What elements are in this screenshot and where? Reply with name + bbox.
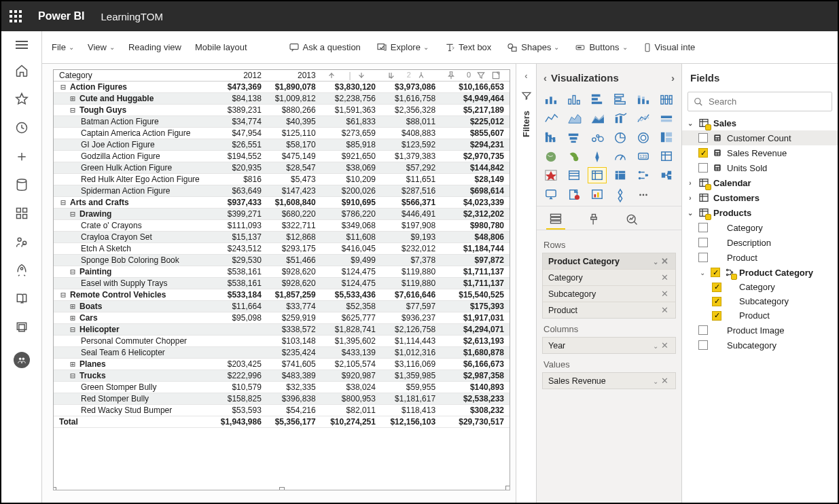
row-header-label[interactable]: Category (54, 70, 213, 82)
menu-mobile-layout[interactable]: Mobile layout (195, 42, 247, 52)
rows-item-category[interactable]: Category (548, 273, 583, 283)
menu-file[interactable]: File⌄ (52, 42, 74, 52)
recent-icon[interactable] (15, 121, 29, 134)
viz-type-icon[interactable] (588, 168, 606, 183)
field-node[interactable]: Product (682, 250, 838, 265)
hierarchy-level-node[interactable]: ✓Subcategory (682, 294, 838, 308)
field-node[interactable]: Subcategory (682, 338, 838, 353)
viz-type-icon[interactable] (588, 130, 606, 145)
viz-type-icon[interactable] (635, 187, 652, 202)
viz-type-icon[interactable] (658, 130, 675, 145)
menu-reading-view[interactable]: Reading view (128, 42, 181, 52)
deployment-icon[interactable] (15, 264, 29, 277)
checkbox[interactable] (698, 163, 708, 173)
table-row[interactable]: Green Stomper Bully$10,579$32,335$38,024… (54, 382, 510, 393)
viz-type-icon[interactable] (565, 111, 583, 126)
table-row[interactable]: Green Hulk Action Figure$20,935$28,547$3… (54, 162, 510, 174)
table-node[interactable]: ⌄Products (682, 205, 838, 220)
table-row[interactable]: Easel with Supply Trays$538,161$928,620$… (54, 278, 510, 289)
viz-type-icon[interactable] (542, 149, 560, 164)
viz-type-icon[interactable] (542, 187, 560, 202)
ask-question-button[interactable]: Ask a question (288, 42, 361, 53)
apps-icon[interactable] (15, 206, 29, 220)
columns-well[interactable]: Year⌄✕ (542, 337, 676, 354)
table-row[interactable]: Crayloa Crayon Set$15,137$12,868$11,608$… (54, 232, 510, 243)
values-item-salesrevenue[interactable]: Sales Revenue (548, 376, 606, 386)
drill-up-icon[interactable] (327, 71, 336, 80)
expand-arrow-icon[interactable]: ‹ (539, 72, 551, 84)
pin-icon[interactable] (446, 71, 456, 80)
expand-left-icon[interactable]: ‹ (524, 71, 527, 81)
field-node[interactable]: Product Image (682, 323, 838, 338)
viz-type-icon[interactable] (542, 130, 560, 145)
explore-button[interactable]: Explore⌄ (376, 42, 429, 53)
drill-down-icon[interactable] (357, 71, 366, 80)
table-row[interactable]: ⊟Trucks$222,996$483,389$920,987$1,359,98… (54, 370, 510, 382)
values-well[interactable]: Sales Revenue⌄✕ (542, 372, 676, 389)
viz-type-icon[interactable] (588, 111, 606, 126)
app-launcher-icon[interactable] (10, 10, 22, 22)
viz-type-icon[interactable] (565, 187, 583, 202)
viz-type-icon[interactable] (611, 111, 629, 126)
table-row[interactable]: Seal Team 6 Helicopter$235,424$433,139$1… (54, 347, 510, 359)
field-node[interactable]: ✓Sales Revenue (682, 145, 838, 160)
workspace-avatar[interactable] (14, 352, 30, 368)
viz-type-icon[interactable] (611, 130, 629, 145)
checkbox[interactable] (698, 133, 708, 143)
remove-subcategory[interactable]: ✕ (660, 289, 670, 299)
checkbox[interactable] (698, 325, 708, 335)
table-row[interactable]: ⊞Cute and Huggable$84,138$1,009,812$2,23… (54, 93, 510, 105)
viz-type-icon[interactable] (588, 149, 606, 164)
menu-view[interactable]: View⌄ (88, 42, 115, 52)
table-row[interactable]: ⊟Action Figures$473,369$1,890,078$3,830,… (54, 82, 510, 93)
table-row[interactable]: Red Wacky Stud Bumper$53,593$54,216$82,0… (54, 405, 510, 416)
table-node[interactable]: ⌄Sales (682, 115, 838, 130)
table-node[interactable]: ›Calendar (682, 175, 838, 190)
checkbox[interactable]: ✓ (712, 297, 721, 306)
viz-type-icon[interactable] (542, 92, 560, 107)
fork-icon[interactable] (416, 71, 426, 80)
buttons-button[interactable]: Buttons⌄ (574, 42, 627, 52)
rows-well[interactable]: Product Category⌄✕ Category✕ Subcategory… (542, 253, 676, 319)
table-row[interactable]: Red Stomper Bully$158,825$396,838$800,95… (54, 393, 510, 405)
rows-item-product[interactable]: Product (548, 306, 577, 315)
viz-type-icon[interactable] (635, 130, 652, 145)
expand-down-icon[interactable] (387, 71, 396, 80)
table-row[interactable]: ⊞Boats$11,664$33,774$52,358$77,597$175,3… (54, 301, 510, 312)
filter-icon[interactable] (476, 71, 486, 80)
viz-type-icon[interactable] (635, 92, 652, 107)
table-row[interactable]: Red Hulk Alter Ego Action Figure$816$5,4… (54, 174, 510, 185)
viz-type-icon[interactable] (611, 187, 629, 202)
remove-sales-revenue[interactable]: ✕ (660, 376, 670, 386)
collapse-right-icon[interactable]: › (671, 72, 675, 84)
table-row[interactable]: Batman Action Figure$34,774$40,395$61,83… (54, 116, 510, 128)
viz-type-icon[interactable]: 123 (635, 149, 652, 164)
table-row[interactable]: ⊟Painting$538,161$928,620$124,475$119,88… (54, 266, 510, 278)
viz-type-icon[interactable] (565, 149, 583, 164)
viz-type-icon[interactable] (588, 92, 606, 107)
field-node[interactable]: Customer Count (682, 130, 838, 145)
hierarchy-level-node[interactable]: ✓Category (682, 280, 838, 294)
viz-type-icon[interactable] (635, 168, 652, 183)
table-node[interactable]: ›Customers (682, 190, 838, 205)
columns-item-year[interactable]: Year (548, 341, 565, 350)
checkbox[interactable] (698, 238, 708, 247)
viz-type-icon[interactable] (588, 187, 606, 202)
analytics-tab[interactable] (622, 209, 641, 230)
field-node[interactable]: Units Sold (682, 160, 838, 175)
workspaces-icon[interactable] (15, 321, 29, 334)
textbox-button[interactable]: Text box (444, 42, 491, 53)
checkbox[interactable]: ✓ (711, 268, 720, 277)
hierarchy-level-node[interactable]: ✓Product (682, 308, 838, 323)
viz-type-icon[interactable] (658, 168, 675, 183)
field-node[interactable]: Category (682, 220, 838, 235)
field-node[interactable]: Description (682, 235, 838, 250)
viz-type-icon[interactable] (565, 92, 583, 107)
table-row[interactable]: ⊞Planes$203,425$741,605$2,105,574$3,116,… (54, 359, 510, 370)
remove-rows-header[interactable]: ✕ (660, 257, 670, 266)
create-icon[interactable]: ＋ (15, 149, 29, 163)
hamburger-icon[interactable] (16, 41, 28, 49)
table-row[interactable]: Spiderman Action Figure$63,649$147,423$2… (54, 185, 510, 197)
checkbox[interactable] (698, 253, 708, 262)
checkbox[interactable] (698, 223, 708, 232)
